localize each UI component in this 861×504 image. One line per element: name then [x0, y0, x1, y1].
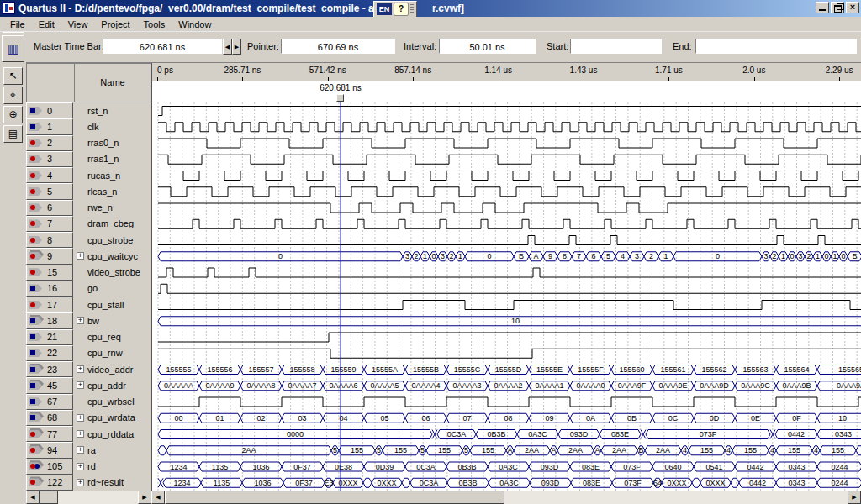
- title-bar[interactable]: Quartus II - D:/d/pentevo/fpga/_ver0.00/…: [0, 0, 861, 17]
- drag-handle-icon[interactable]: [410, 4, 414, 14]
- signal-name[interactable]: cpu_stall: [87, 300, 124, 310]
- expand-icon[interactable]: +: [77, 252, 84, 260]
- wave-row-cpu_wrdata[interactable]: 000102030405060708090A0B0C0D0E0F10: [158, 413, 861, 423]
- signal-name[interactable]: rlcas_n: [87, 186, 117, 197]
- signal-handle-button[interactable]: 22: [26, 345, 73, 361]
- signal-handle-button[interactable]: 105: [26, 459, 73, 475]
- wave-scroll-left-button[interactable]: ◀: [151, 491, 165, 504]
- signal-handle-button[interactable]: 15: [26, 265, 73, 281]
- wave-row-go[interactable]: [158, 284, 861, 293]
- signal-handle-button[interactable]: 1: [26, 118, 73, 134]
- signal-handle-button[interactable]: 3: [26, 151, 73, 167]
- menu-project[interactable]: Project: [94, 18, 136, 30]
- wave-row-rwe_n[interactable]: [158, 203, 861, 213]
- signal-handle-button[interactable]: 0: [26, 102, 73, 118]
- wave-row-rd~result[interactable]: 1234113510360F37E30XXX0XXX0C3A0B3B0A3C09…: [158, 478, 861, 487]
- signal-name[interactable]: video_addr: [87, 365, 133, 375]
- end-field[interactable]: [695, 39, 857, 54]
- signal-handle-button[interactable]: 77: [26, 426, 73, 442]
- wave-row-bw[interactable]: 10: [158, 317, 861, 326]
- signal-name[interactable]: cpu_rddata: [87, 429, 134, 439]
- signal-handle-button[interactable]: 122: [26, 475, 73, 491]
- signal-name[interactable]: cpu_waitcyc: [87, 251, 138, 261]
- signal-handle-button[interactable]: 7: [26, 216, 73, 232]
- wave-row-cpu_rddata[interactable]: 00000C3A0B3B0A3C093D083E073F04420343: [158, 430, 861, 439]
- close-button[interactable]: ×: [846, 2, 859, 13]
- name-scroll-left-button[interactable]: ◀: [26, 491, 40, 504]
- expand-icon[interactable]: +: [77, 414, 84, 422]
- signal-name[interactable]: ra: [87, 445, 96, 455]
- expand-icon[interactable]: +: [77, 479, 84, 486]
- signal-name[interactable]: clk: [87, 122, 98, 132]
- wave-row-clk[interactable]: [158, 123, 861, 132]
- start-field[interactable]: [570, 39, 662, 54]
- wave-row-rd[interactable]: 1234113510360F370E380D390C3A0B3B0A3C093D…: [158, 462, 861, 471]
- minimize-button[interactable]: [816, 2, 829, 13]
- signal-name[interactable]: rd: [87, 461, 96, 471]
- name-column-header[interactable]: Name: [74, 63, 151, 102]
- signal-name[interactable]: cpu_wrdata: [87, 412, 135, 423]
- timeline-ruler[interactable]: 0 ps285.71 ns571.42 ns857.14 ns1.14 us1.…: [152, 63, 861, 81]
- wave-row-cpu_strobe[interactable]: [158, 236, 861, 245]
- master-time-prev-button[interactable]: ◀: [223, 39, 232, 55]
- signal-name[interactable]: rucas_n: [87, 171, 120, 181]
- language-bar[interactable]: EN ?: [373, 1, 417, 18]
- signal-handle-button[interactable]: 18: [26, 312, 73, 328]
- menu-window[interactable]: Window: [172, 18, 218, 30]
- signal-name[interactable]: cpu_req: [87, 332, 121, 342]
- signal-name[interactable]: rwe_n: [87, 202, 113, 213]
- marker-strip[interactable]: 620.681 ns: [152, 81, 861, 102]
- selection-tool-icon[interactable]: ↖: [3, 67, 23, 85]
- menu-file[interactable]: File: [3, 18, 32, 30]
- wave-row-rst_n[interactable]: [158, 107, 861, 116]
- wave-row-cpu_waitcyc[interactable]: 032103210BA98765432103210321010B: [158, 252, 861, 261]
- wave-row-ra[interactable]: 2AA5155515551555155A2AAA2AAA2AAB2AA41554…: [158, 446, 861, 455]
- signal-name[interactable]: bw: [87, 316, 99, 326]
- expand-icon[interactable]: +: [77, 463, 84, 470]
- signal-handle-button[interactable]: 9: [26, 248, 73, 264]
- wave-row-rucas_n[interactable]: [158, 171, 861, 181]
- signal-name[interactable]: rras0_n: [87, 138, 119, 148]
- name-panel-scrollbar[interactable]: ◀ ▶: [26, 491, 151, 504]
- expand-icon[interactable]: +: [77, 446, 84, 454]
- expand-icon[interactable]: +: [77, 430, 84, 438]
- signal-name[interactable]: dram_cbeg: [87, 218, 134, 228]
- wave-row-cpu_wrbsel[interactable]: [158, 397, 861, 407]
- text-tool-icon[interactable]: ▤: [3, 125, 23, 143]
- signal-handle-button[interactable]: 8: [26, 232, 73, 248]
- signal-name[interactable]: cpu_addr: [87, 381, 126, 391]
- expand-icon[interactable]: +: [77, 317, 84, 324]
- expand-icon[interactable]: +: [77, 381, 84, 389]
- signal-handle-button[interactable]: 5: [26, 183, 73, 199]
- waveform-editor-icon[interactable]: ▥: [2, 35, 24, 62]
- signal-handle-button[interactable]: 2: [26, 135, 73, 151]
- wave-row-rras0_n[interactable]: [158, 139, 861, 148]
- wave-row-cpu_stall[interactable]: [158, 301, 861, 310]
- signal-name[interactable]: rst_n: [87, 106, 108, 116]
- wave-scroll-thumb[interactable]: [165, 491, 504, 504]
- signal-handle-button[interactable]: 67: [26, 394, 73, 410]
- waveform-canvas[interactable]: 032103210BA98765432103210321010B10155555…: [152, 102, 861, 491]
- signal-handle-button[interactable]: 23: [26, 361, 73, 377]
- signal-name[interactable]: cpu_strobe: [87, 235, 133, 245]
- wave-scroll-right-button[interactable]: ▶: [848, 491, 861, 504]
- signal-handle-button[interactable]: 68: [26, 410, 73, 426]
- wave-row-cpu_rnw[interactable]: [158, 349, 861, 358]
- master-time-marker-handle[interactable]: [336, 94, 344, 102]
- zoom-tool-icon[interactable]: ⊕: [3, 106, 23, 123]
- signal-handle-button[interactable]: 17: [26, 297, 73, 312]
- signal-handle-button[interactable]: 45: [26, 377, 73, 393]
- language-badge[interactable]: EN: [377, 3, 392, 15]
- wave-row-rras1_n[interactable]: [158, 155, 861, 164]
- signal-handle-button[interactable]: 16: [26, 281, 73, 297]
- signal-name[interactable]: cpu_wrbsel: [87, 396, 135, 407]
- signal-name[interactable]: go: [87, 283, 98, 293]
- signal-name[interactable]: rd~result: [87, 477, 124, 487]
- signal-handle-button[interactable]: 94: [26, 442, 73, 458]
- help-icon[interactable]: ?: [394, 3, 409, 16]
- master-time-next-button[interactable]: ▶: [232, 39, 241, 55]
- menu-tools[interactable]: Tools: [137, 18, 172, 30]
- signal-name[interactable]: cpu_rnw: [87, 348, 123, 358]
- menu-view[interactable]: View: [61, 18, 95, 30]
- waveform-scrollbar[interactable]: ◀ ▶: [151, 491, 861, 504]
